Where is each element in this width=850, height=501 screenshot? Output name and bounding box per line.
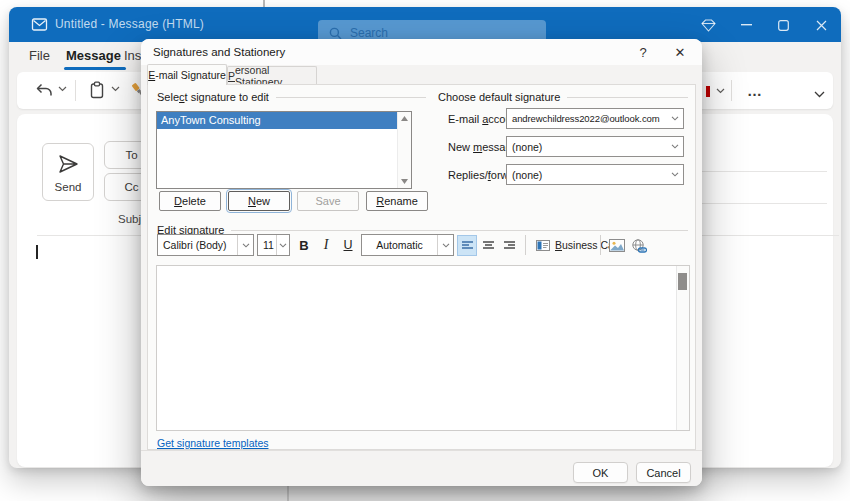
globe-link-icon (631, 239, 647, 253)
email-account-combobox[interactable]: andrewchildress2022@outlook.com (506, 108, 684, 129)
picture-icon (609, 239, 625, 252)
align-center-icon (483, 241, 494, 251)
window-close-icon (816, 20, 827, 31)
send-icon (56, 153, 80, 175)
minimize-icon (741, 24, 752, 26)
search-icon (329, 27, 342, 40)
toolbar-divider (525, 235, 526, 255)
paste-dropdown-button[interactable] (110, 85, 120, 93)
chevron-down-icon (667, 137, 683, 156)
align-left-button[interactable] (457, 235, 477, 256)
send-label: Send (43, 181, 93, 193)
font-color-value: Automatic (362, 239, 437, 251)
clipboard-icon (89, 81, 105, 99)
minimize-button[interactable] (738, 17, 754, 33)
font-size-value: 11 (258, 239, 276, 251)
ellipsis-icon: … (747, 82, 763, 99)
maximize-icon (778, 20, 789, 31)
chevron-down-icon (111, 86, 120, 92)
paste-button[interactable] (86, 77, 108, 103)
dialog-footer: OK Cancel (141, 450, 702, 486)
align-right-button[interactable] (499, 235, 519, 256)
replies-forwards-combobox[interactable]: (none) (506, 164, 684, 185)
undo-button[interactable] (31, 79, 55, 102)
collapse-ribbon-button[interactable] (812, 89, 826, 99)
background-page-edge-top (263, 0, 265, 7)
align-left-icon (462, 241, 473, 251)
chevron-down-icon (667, 165, 683, 184)
more-options-button[interactable]: … (739, 76, 771, 104)
save-button[interactable]: Save (297, 191, 359, 211)
font-name-value: Calibri (Body) (158, 239, 237, 251)
bold-button[interactable]: B (293, 234, 315, 256)
email-signature-tab-page: Select signature to edit AnyTown Consult… (147, 84, 696, 450)
font-name-combobox[interactable]: Calibri (Body) (157, 234, 254, 256)
font-size-combobox[interactable]: 11 (257, 234, 290, 256)
to-label: To (125, 149, 137, 161)
maximize-button[interactable] (775, 17, 791, 33)
dialog-title: Signatures and Stationery (153, 39, 285, 65)
listbox-scrollbar[interactable] (397, 112, 411, 188)
active-tab-underline (64, 67, 126, 70)
chevron-down-icon (58, 86, 67, 92)
chevron-down-icon (437, 235, 453, 255)
send-button[interactable]: Send (42, 143, 94, 201)
dialog-help-button[interactable]: ? (630, 40, 656, 64)
ribbon-tab-file[interactable]: File (29, 42, 50, 70)
signature-listbox[interactable]: AnyTown Consulting (156, 111, 412, 189)
ribbon-tab-message[interactable]: Message (66, 42, 121, 70)
scroll-down-arrow-icon[interactable] (398, 179, 411, 184)
select-signature-label: Select signature to edit (157, 91, 269, 103)
window-close-button[interactable] (813, 17, 829, 33)
chevron-down-icon (667, 109, 683, 128)
editor-scrollbar[interactable] (676, 266, 689, 430)
replies-forwards-value: (none) (507, 169, 667, 181)
chevron-down-icon (716, 88, 725, 94)
new-messages-combobox[interactable]: (none) (506, 136, 684, 157)
align-right-icon (504, 241, 515, 251)
select-signature-group-header: Select signature to edit (157, 90, 426, 103)
font-color-combobox[interactable]: Automatic (361, 234, 454, 256)
dialog-titlebar: Signatures and Stationery ? ✕ (141, 39, 702, 65)
toolbar-divider (731, 80, 732, 101)
list-item-signature[interactable]: AnyTown Consulting (157, 112, 397, 129)
editor-scrollbar-thumb[interactable] (678, 273, 687, 290)
new-button[interactable]: New (228, 191, 290, 211)
email-account-value: andrewchildress2022@outlook.com (507, 113, 667, 124)
insert-picture-button[interactable] (606, 235, 628, 256)
undo-dropdown-button[interactable] (57, 85, 67, 93)
underline-button[interactable]: U (338, 234, 358, 256)
cancel-button[interactable]: Cancel (636, 462, 691, 483)
window-title: Untitled - Message (HTML) (55, 7, 204, 42)
delete-button[interactable]: Delete (159, 191, 221, 211)
font-color-icon-fragment[interactable] (706, 86, 710, 97)
signature-editor[interactable] (156, 265, 690, 431)
search-placeholder: Search (350, 26, 388, 40)
group-divider-line (276, 97, 426, 98)
premium-gem-button[interactable] (700, 17, 716, 33)
tab-personal-stationery[interactable]: Personal Stationery (227, 66, 317, 85)
rename-button[interactable]: Rename (366, 191, 428, 211)
outlook-app-icon (31, 16, 48, 33)
undo-icon (34, 83, 53, 99)
gem-icon (701, 19, 716, 32)
align-center-button[interactable] (478, 235, 498, 256)
font-color-dropdown-button[interactable] (714, 86, 726, 96)
chevron-down-icon (237, 235, 253, 255)
insert-hyperlink-button[interactable] (628, 235, 650, 256)
tab-email-signature[interactable]: E-mail Signature (147, 64, 227, 85)
signatures-dialog: Signatures and Stationery ? ✕ E-mail Sig… (141, 39, 702, 486)
get-signature-templates-link[interactable]: Get signature templates (157, 437, 268, 449)
scroll-up-arrow-icon[interactable] (398, 116, 411, 121)
toolbar-divider (75, 80, 76, 101)
default-signature-group-header: Choose default signature (438, 90, 688, 103)
chevron-down-icon (814, 91, 825, 98)
group-divider-line (231, 230, 688, 231)
business-card-icon (536, 240, 550, 251)
cc-label: Cc (124, 181, 138, 193)
dialog-close-button[interactable]: ✕ (667, 40, 693, 64)
chevron-down-icon (276, 235, 289, 255)
ok-button[interactable]: OK (573, 462, 628, 483)
default-signature-label: Choose default signature (438, 91, 560, 103)
italic-button[interactable]: I (316, 234, 336, 256)
